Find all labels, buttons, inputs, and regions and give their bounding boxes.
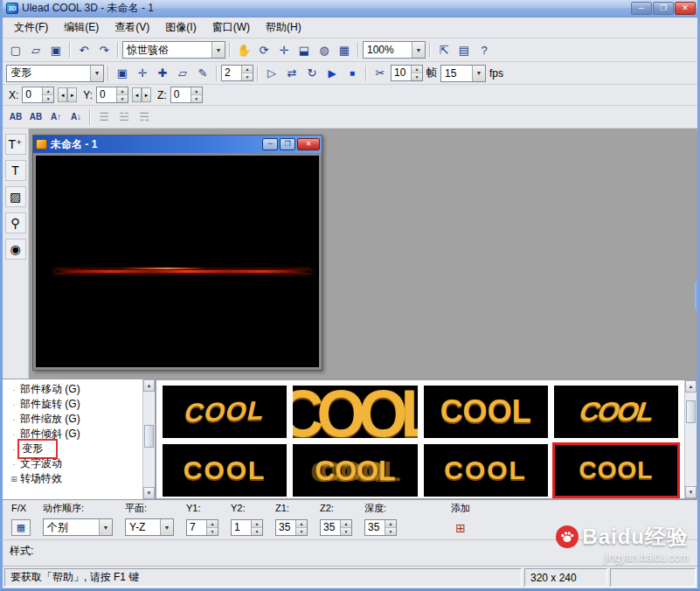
menu-item[interactable]: 编辑(E) [56, 17, 107, 38]
tree-item[interactable]: · 部件倾斜 (G) [8, 427, 142, 442]
chevron-down-icon[interactable]: ▼ [99, 519, 112, 535]
y1-spinner[interactable]: 7 ▲▼ [186, 519, 218, 536]
spin-up-icon[interactable]: ▲ [43, 87, 53, 95]
document-window[interactable]: 未命名 - 1 ─ ❐ ✕ [32, 135, 322, 371]
spin-down-icon[interactable]: ▼ [43, 95, 53, 102]
spin-down-icon[interactable]: ▼ [191, 95, 202, 102]
tree-item[interactable]: · 变形 [8, 442, 142, 456]
scroll-up-icon[interactable]: ▲ [143, 379, 155, 392]
doc-close-button[interactable]: ✕ [297, 138, 320, 150]
spin-up-icon[interactable]: ▲ [207, 520, 218, 528]
dimension-icon[interactable]: ⬓ [295, 41, 314, 59]
undo-icon[interactable]: ↶ [74, 41, 94, 59]
spin-down-icon[interactable]: ▼ [341, 528, 351, 535]
plane-combo[interactable]: Y-Z ▼ [125, 518, 174, 536]
effect-thumbnail[interactable]: COOL [293, 386, 417, 438]
chevron-down-icon[interactable]: ▼ [160, 519, 173, 535]
nudge-right-icon[interactable]: ▸ [142, 87, 151, 102]
close-button[interactable]: ✕ [675, 2, 696, 15]
menu-item[interactable]: 帮助(H) [258, 17, 309, 38]
current-frame-spinner[interactable]: 2 ▲▼ [221, 65, 253, 81]
split-text-down-icon[interactable]: A↓ [66, 108, 86, 126]
insert-image-tool-icon[interactable]: ▨ [5, 186, 26, 207]
preset-combo[interactable]: 惊世骇俗 ▼ [122, 41, 225, 59]
window-edge-scroll-thumb[interactable] [695, 282, 697, 309]
y-spinner[interactable]: 0 ▲▼ [96, 87, 128, 103]
spin-up-icon[interactable]: ▲ [412, 66, 422, 73]
spin-down-icon[interactable]: ▼ [296, 528, 307, 535]
align-right-icon[interactable]: ☴ [135, 108, 154, 126]
scroll-up-icon[interactable]: ▲ [685, 380, 697, 393]
zoom-combo[interactable]: 100% ▼ [363, 41, 426, 59]
attributes-icon[interactable]: ▣ [113, 64, 132, 82]
effect-thumbnail[interactable]: COOL [424, 386, 548, 438]
align-center-icon[interactable]: ☱ [114, 108, 134, 126]
scroll-down-icon[interactable]: ▼ [143, 487, 155, 499]
effect-thumbnail[interactable]: COOL [163, 386, 287, 438]
scroll-down-icon[interactable]: ▼ [685, 486, 697, 498]
rotate-view-icon[interactable]: ⟳ [254, 41, 274, 59]
total-frames-spinner[interactable]: 10 ▲▼ [391, 65, 423, 81]
edit-text-tool-icon[interactable]: T [5, 160, 26, 181]
spin-down-icon[interactable]: ▼ [207, 528, 218, 535]
scroll-track[interactable] [143, 392, 155, 487]
fx-grid-icon[interactable]: ▦ [11, 519, 31, 536]
effect-thumbnail[interactable]: COOL [424, 444, 548, 497]
menu-item[interactable]: 窗口(W) [204, 17, 258, 38]
chevron-down-icon[interactable]: ▼ [90, 66, 103, 81]
doc-maximize-button[interactable]: ❐ [280, 138, 295, 150]
tree-scrollbar[interactable]: ▲ ▼ [142, 379, 155, 499]
effect-combo[interactable]: 变形 ▼ [6, 65, 104, 82]
position-icon[interactable]: ✛ [133, 64, 152, 82]
spin-up-icon[interactable]: ▲ [296, 520, 307, 528]
effect-thumbnail[interactable]: COOL [293, 444, 417, 497]
render-canvas[interactable] [36, 156, 319, 367]
globe-icon[interactable]: ◍ [315, 41, 334, 59]
spin-up-icon[interactable]: ▲ [242, 66, 253, 73]
tree-item[interactable]: · 部件移动 (G) [8, 382, 142, 397]
move-object-icon[interactable]: ✛ [274, 41, 294, 59]
x-spinner[interactable]: 0 ▲▼ [22, 87, 54, 103]
new-file-icon[interactable]: ▢ [6, 41, 25, 59]
pan-hand-icon[interactable]: ✋ [234, 41, 253, 59]
y2-spinner[interactable]: 1 ▲▼ [231, 519, 263, 536]
minimize-button[interactable]: ─ [631, 2, 652, 15]
chevron-down-icon[interactable]: ▼ [472, 66, 485, 81]
insert-text-tool-icon[interactable]: T⁺ [5, 134, 26, 155]
maximize-button[interactable]: ❐ [653, 2, 674, 15]
grid-table-icon[interactable]: ▦ [335, 41, 354, 59]
spin-up-icon[interactable]: ▲ [252, 520, 262, 528]
depth-spinner[interactable]: 35 ▲▼ [364, 519, 397, 536]
swap-direction-icon[interactable]: ⇄ [282, 64, 301, 82]
spin-down-icon[interactable]: ▼ [412, 73, 422, 80]
chevron-down-icon[interactable]: ▼ [412, 42, 425, 58]
effect-thumbnail[interactable]: COOL [554, 444, 678, 497]
loop-icon[interactable]: ↻ [302, 64, 322, 82]
nudge-right-icon[interactable]: ▸ [67, 87, 77, 102]
magnifier-tool-icon[interactable]: ⚲ [5, 212, 26, 233]
tree-item[interactable]: ⊞ 转场特效 [8, 471, 142, 486]
spin-down-icon[interactable]: ▼ [385, 528, 396, 535]
spin-up-icon[interactable]: ▲ [341, 520, 351, 528]
insert-text-icon[interactable]: AB [6, 108, 25, 126]
tree-item[interactable]: · 部件缩放 (G) [8, 412, 142, 427]
spin-down-icon[interactable]: ▼ [117, 95, 128, 102]
z2-spinner[interactable]: 35 ▲▼ [320, 519, 352, 536]
spin-up-icon[interactable]: ▲ [385, 520, 396, 528]
effect-thumbnail[interactable]: COOL [554, 386, 678, 438]
open-folder-icon[interactable]: ▱ [26, 41, 45, 59]
scroll-thumb[interactable] [686, 400, 696, 423]
material-sphere-tool-icon[interactable]: ◉ [5, 239, 26, 260]
tree-item[interactable]: · 部件旋转 (G) [8, 397, 142, 412]
scroll-thumb[interactable] [144, 425, 154, 448]
scroll-track[interactable] [685, 393, 697, 486]
redo-icon[interactable]: ↷ [94, 41, 114, 59]
chevron-down-icon[interactable]: ▼ [211, 42, 225, 58]
effect-thumbnail[interactable]: COOL [163, 444, 287, 497]
edit-text-icon[interactable]: AB [26, 108, 45, 126]
snip-frames-icon[interactable]: ✂ [371, 64, 390, 82]
doc-minimize-button[interactable]: ─ [262, 138, 278, 150]
document-title-bar[interactable]: 未命名 - 1 ─ ❐ ✕ [33, 136, 322, 153]
pen-icon[interactable]: ✎ [193, 64, 212, 82]
spin-down-icon[interactable]: ▼ [242, 73, 253, 80]
